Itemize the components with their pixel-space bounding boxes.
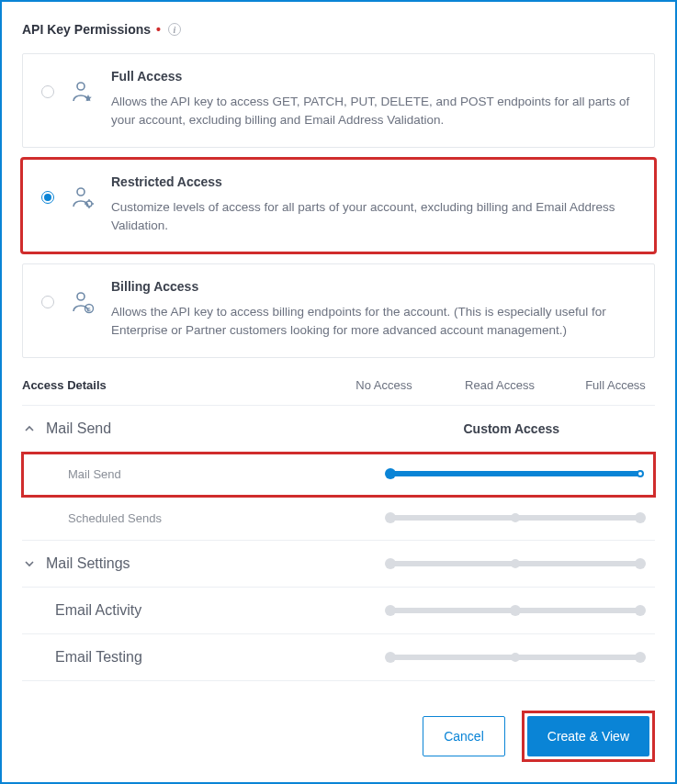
item-row-email-activity: Email Activity [22,588,655,634]
col-read-access: Read Access [460,378,539,392]
section-title-text: API Key Permissions [22,22,151,37]
chevron-up-icon[interactable] [22,421,37,436]
row-label: Email Activity [55,602,378,619]
cancel-button[interactable]: Cancel [423,716,505,756]
group-row-mail-settings[interactable]: Mail Settings [22,541,655,588]
access-details-title: Access Details [22,378,107,392]
permission-option-billing-access[interactable]: $ Billing Access Allows the API key to a… [22,263,655,358]
option-title: Full Access [111,69,636,84]
row-label: Email Testing [55,649,378,666]
radio-1[interactable] [41,191,54,204]
sub-row-label: Mail Send [39,467,378,481]
permission-option-full-access[interactable]: Full Access Allows the API key to access… [22,53,655,148]
item-row-email-testing: Email Testing [22,634,655,681]
user-dollar-icon: $ [71,290,95,314]
permission-option-restricted-access[interactable]: Restricted Access Customize levels of ac… [22,159,655,253]
option-desc: Allows the API key to access billing end… [111,303,636,341]
radio-0[interactable] [41,85,54,98]
user-star-icon [71,80,95,104]
access-slider[interactable] [387,653,644,662]
svg-point-7 [77,293,85,300]
required-star-icon: • [156,22,161,37]
section-title: API Key Permissions • i [22,22,655,37]
sub-row-label: Scheduled Sends [39,511,378,525]
col-no-access: No Access [344,378,423,392]
create-view-button[interactable]: Create & View [527,716,649,756]
svg-point-1 [77,188,85,196]
option-title: Billing Access [111,279,636,294]
sub-row-scheduled-sends: Scheduled Sends [22,497,655,541]
create-view-highlight: Create & View [522,711,655,762]
row-label: Mail Send [46,420,454,437]
access-slider[interactable] [387,606,644,615]
radio-2[interactable] [41,296,54,308]
sub-row-mail-send: Mail Send [22,453,655,497]
option-title: Restricted Access [111,174,636,189]
access-slider[interactable] [387,513,644,522]
svg-point-0 [77,83,85,90]
custom-access-badge: Custom Access [463,421,559,436]
access-slider[interactable] [387,559,644,568]
group-row-mail-send[interactable]: Mail Send Custom Access [22,406,655,453]
row-label: Mail Settings [46,555,378,572]
access-slider[interactable] [387,469,644,478]
option-desc: Customize levels of access for all parts… [111,198,636,236]
svg-text:$: $ [87,307,91,312]
user-gear-icon [71,185,95,209]
option-desc: Allows the API key to access GET, PATCH,… [111,93,636,130]
info-icon[interactable]: i [168,23,181,36]
col-full-access: Full Access [576,378,655,392]
chevron-down-icon[interactable] [22,556,37,571]
